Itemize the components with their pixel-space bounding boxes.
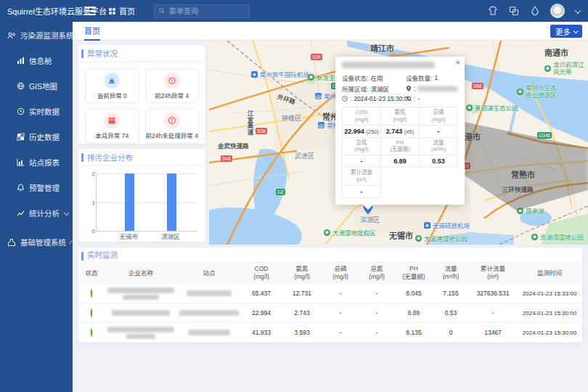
table-header-row: 状态 企业名称 站点 COD(mg/l) 氨氮(mg/l) 总磷(mg/l) 总…: [78, 263, 582, 284]
alarm-clock-icon: [164, 73, 180, 89]
sidebar-item-warning-mgmt[interactable]: 预警管理: [0, 175, 73, 200]
table-row[interactable]: 22.9942.743 -- 6.890.53 - 2024-01-23 15:…: [78, 303, 582, 323]
breadcrumb[interactable]: 首页: [109, 5, 135, 17]
realtime-monitor-panel: 实时监测 状态 企业名称 站点 COD(mg/l) 氨氮(mg/l) 总磷(mg…: [78, 248, 582, 343]
region: 所属区域:滨湖区: [342, 84, 406, 93]
alert-circle-icon: [164, 113, 180, 128]
clock-icon: [342, 96, 348, 102]
header-actions: [487, 4, 588, 18]
device-count: 设备数量:1: [406, 73, 458, 82]
sidebar-item-history-data[interactable]: 历史数据: [0, 124, 73, 150]
breadcrumb-home[interactable]: 首页: [119, 5, 135, 17]
station-info-popup: × 设备状态:在用 设备数量:1 所属区域:滨湖区 : :2024-01-23 …: [335, 57, 465, 205]
search-icon: [159, 8, 165, 14]
top-header: Squirrel生态环境云服务平台 首页: [0, 0, 588, 22]
stat-card-current-abnormal[interactable]: 当前异常 0: [85, 69, 139, 103]
road-shield: S48: [221, 155, 232, 162]
redacted-enterprise-name: [342, 62, 435, 68]
road-shield: S58: [472, 83, 483, 89]
menu-search[interactable]: [154, 4, 250, 18]
history-icon: [16, 133, 25, 142]
sidebar-item-station-report[interactable]: 站点报表: [0, 150, 73, 175]
info-cabin-icon: [16, 57, 25, 65]
redacted-enterprise-name: [107, 327, 174, 332]
bar-chart: 2 1 0 无锡市 滨湖区: [86, 172, 198, 242]
monitor-table: 状态 企业名称 站点 COD(mg/l) 氨氮(mg/l) 总磷(mg/l) 总…: [78, 263, 582, 343]
gis-map[interactable]: S39 S38 S48 G42 S58 G2 S19 G346 靖江市 南通市 …: [209, 41, 588, 245]
stat-card-month-abnormal[interactable]: 本月异常 74: [85, 109, 139, 143]
phone-icon: [406, 96, 412, 102]
flame-icon[interactable]: [529, 5, 541, 17]
enterprise-distribution-panel: 排污企业分布 2 1 0 无锡市 滨湖区: [78, 149, 205, 242]
device-status: 设备状态:在用: [342, 73, 406, 82]
user-menu-chevron-icon[interactable]: [574, 7, 581, 14]
panel-title: 排污企业分布: [78, 149, 205, 166]
globe-icon: [16, 82, 25, 91]
road-shield: G2: [276, 189, 285, 195]
stat-card-24h-abnormal[interactable]: 前24h异常 4: [145, 69, 200, 103]
sidebar-group-pollution-monitoring[interactable]: 污染源监测系统: [0, 22, 73, 48]
close-icon[interactable]: ×: [456, 58, 460, 67]
chevron-down-icon: [573, 28, 579, 33]
monitor-system-icon: [7, 31, 16, 40]
status-dot-green: [91, 328, 92, 337]
sidebar-nav: 污染源监测系统 信息舱 GIS地图 实时数据 历史数据 站点报表 预警管理: [0, 22, 73, 392]
app-window: Squirrel生态环境云服务平台 首页: [0, 0, 588, 392]
calendar-icon: [104, 113, 120, 128]
sidebar-item-gis-map[interactable]: GIS地图: [0, 73, 73, 99]
grid-icon: [109, 8, 115, 15]
table-row[interactable]: 41.9333.593 -- 8.1350 13467 2024-01-23 1…: [78, 323, 582, 343]
y-tick: 2: [92, 171, 95, 177]
x-label: 无锡市: [119, 232, 138, 240]
redacted-enterprise-name: [126, 334, 155, 339]
stat-card-24h-unhandled[interactable]: 前24h未处理异常 4: [145, 109, 200, 143]
redacted-enterprise-name: [107, 287, 174, 293]
sidebar-group-label: 基础管理系统: [20, 237, 66, 248]
redacted-enterprise-name: [123, 295, 159, 300]
bell-icon: [16, 184, 25, 192]
phone: :-: [406, 95, 458, 102]
x-label: 滨湖区: [161, 232, 180, 240]
abnormal-status-panel: 异常状况 当前异常 0 前24h异常 4 本月异常 74: [78, 45, 205, 144]
bar-binhu[interactable]: [167, 173, 176, 231]
y-tick: 0: [92, 228, 95, 234]
redacted-station-name: [179, 310, 239, 316]
table-row[interactable]: 65.43712.731 -- 8.0457.155 327636.531 20…: [78, 284, 582, 303]
address: :: [406, 84, 458, 93]
popup-measurements-table: COD(mg/l) 氨氮(mg/l) 总磷(mg/l) 22.994 (250)…: [342, 107, 458, 198]
sidebar-item-realtime-data[interactable]: 实时数据: [0, 99, 73, 124]
report-chart-icon: [16, 158, 25, 167]
siren-icon: [104, 73, 120, 89]
user-avatar[interactable]: [550, 4, 565, 18]
redacted-station-name: [187, 290, 232, 296]
screen-switch-icon[interactable]: [508, 5, 520, 17]
y-tick: 1: [92, 199, 95, 205]
chevron-down-icon: [64, 211, 69, 216]
menu-search-input[interactable]: [168, 7, 245, 16]
sidebar-item-statistics[interactable]: 统计分析: [0, 200, 73, 226]
panel-title: 异常状况: [78, 45, 205, 62]
clock-icon: [16, 107, 25, 116]
redacted-enterprise-name: [112, 310, 170, 316]
theme-skin-icon[interactable]: [487, 5, 499, 17]
status-dot-green: [91, 289, 92, 298]
sidebar-group-label: 污染源监测系统: [20, 30, 74, 41]
panel-title: 实时监测: [78, 248, 582, 263]
more-button[interactable]: 更多: [550, 25, 582, 38]
bar-wuxi[interactable]: [125, 173, 134, 231]
redacted-address: [417, 86, 458, 91]
status-dot-green: [91, 309, 92, 317]
tab-bar: 首页 更多: [73, 22, 588, 41]
chevron-down-icon: [69, 240, 72, 243]
sidebar-group-basic-mgmt[interactable]: 基础管理系统: [0, 229, 73, 255]
monitor-time: :2024-01-23 15:30:00: [342, 95, 406, 102]
road-shield: S38: [256, 128, 267, 134]
redacted-station-name: [188, 330, 230, 335]
location-pin-icon: [406, 86, 412, 91]
trend-line-icon: [16, 209, 25, 218]
tab-home[interactable]: 首页: [84, 25, 100, 41]
hamburger-menu-icon[interactable]: [84, 7, 96, 15]
basic-system-icon: [7, 238, 16, 247]
sidebar-item-info-cabin[interactable]: 信息舱: [0, 48, 73, 73]
road-shield: S39: [311, 54, 322, 60]
